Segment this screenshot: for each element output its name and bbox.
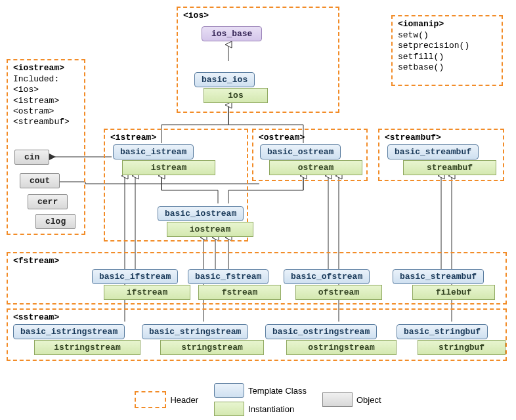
inst-streambuf: streambuf [403,160,496,175]
inst-istringstream: istringstream [34,340,140,355]
template-basic-istringstream: basic_istringstream [13,324,125,339]
swatch-object [322,392,353,407]
inst-ifstream: ifstream [104,285,190,300]
inst-ostream: ostream [269,160,362,175]
header-fstream-title: <fstream> [13,256,500,266]
obj-cout: cout [20,173,60,188]
template-basic-fstream: basic_fstream [188,269,269,284]
inst-ofstream: ofstream [295,285,382,300]
template-basic-ios: basic_ios [194,72,255,87]
swatch-template [214,383,244,398]
legend: Header Template Class Instantiation Obje… [0,383,516,416]
obj-cin: cin [14,150,49,165]
legend-object-label: Object [356,395,381,405]
template-basic-ostream: basic_ostream [260,144,341,159]
iostream-line4: <ostram> [13,106,79,117]
template-basic-ostringstream: basic_ostringstream [265,324,377,339]
iomanip-setw: setw() [398,30,496,41]
iomanip-setfill: setfill() [398,52,496,62]
iostream-line3: <istream> [13,96,79,106]
class-ios-base: ios_base [202,26,262,41]
header-streambuf-title: <streambuf> [385,133,498,142]
obj-cerr: cerr [28,194,68,209]
inst-filebuf: filebuf [412,285,495,300]
header-ostream-title: <ostream> [259,133,361,142]
swatch-header [135,391,166,408]
legend-template: Template Class [214,383,307,398]
legend-instantiation: Instantiation [214,402,307,416]
header-iostream-title: <iostream> [13,63,79,73]
inst-istream: istream [122,160,215,175]
header-iomanip-title: <iomanip> [398,19,496,29]
header-iomanip: <iomanip> setw() setprecision() setfill(… [391,15,503,86]
iostream-line5: <streambuf> [13,117,79,127]
iostream-included: Included: <ios> <istream> <ostram> <stre… [13,74,79,127]
inst-stringstream: stringstream [160,340,264,355]
legend-object: Object [322,392,381,407]
iomanip-setbase: setbase() [398,62,496,73]
template-basic-istream: basic_istream [113,144,194,159]
template-basic-stringstream: basic_stringstream [142,324,248,339]
swatch-inst [214,402,244,416]
iostream-line2: <ios> [13,85,79,95]
header-sstream-title: <sstream> [13,312,500,322]
template-basic-ifstream: basic_ifstream [92,269,178,284]
obj-clog: clog [35,214,75,229]
template-basic-streambuf: basic_streambuf [387,144,479,159]
iostream-line1: Included: [13,74,79,85]
inst-ostringstream: ostringstream [286,340,397,355]
legend-header: Header [135,391,198,408]
template-basic-ofstream: basic_ofstream [284,269,370,284]
header-ios-title: <ios> [183,10,333,20]
inst-stringbuf: stringbuf [418,340,505,355]
header-istream-title: <istream> [110,133,242,142]
inst-fstream: fstream [198,285,281,300]
legend-header-label: Header [170,395,198,405]
legend-inst-label: Instantiation [248,404,294,414]
template-basic-stringbuf: basic_stringbuf [397,324,488,339]
legend-template-label: Template Class [248,386,307,396]
inst-iostream: iostream [167,222,253,237]
template-basic-filebuf: basic_streambuf [393,269,484,284]
iomanip-setprecision: setprecision() [398,41,496,51]
template-basic-iostream: basic_iostream [158,206,244,221]
inst-ios: ios [204,88,268,103]
iomanip-text: setw() setprecision() setfill() setbase(… [398,30,496,73]
